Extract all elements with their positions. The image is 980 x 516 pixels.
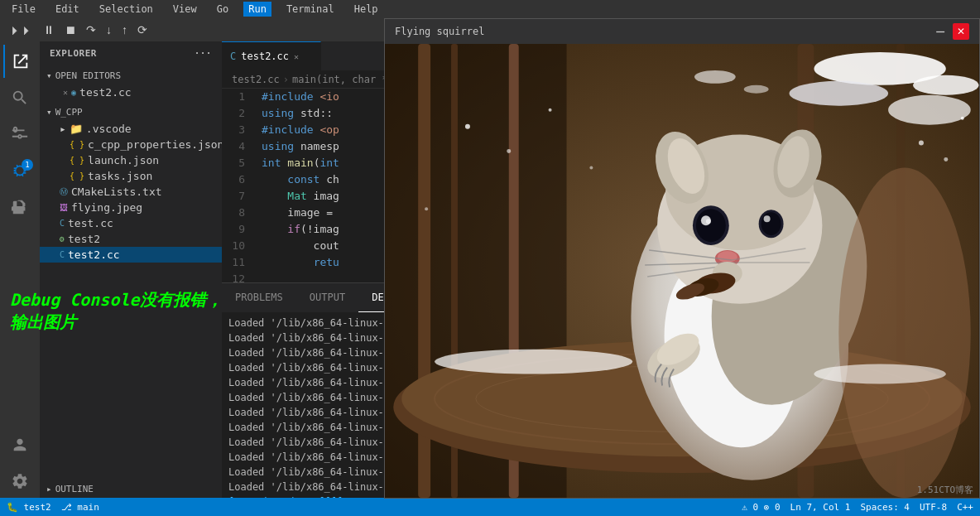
menubar-go[interactable]: Go: [212, 2, 233, 17]
menubar-help[interactable]: Help: [349, 2, 383, 17]
panel-tab-problems[interactable]: PROBLEMS: [222, 283, 296, 312]
svg-point-9: [913, 75, 979, 95]
json-icon3: { }: [70, 171, 84, 181]
activity-debug[interactable]: [3, 154, 36, 187]
stop-button[interactable]: ⏹: [61, 22, 79, 38]
restart-button[interactable]: ⟳: [134, 22, 151, 38]
outline-label[interactable]: ▸ OUTLINE: [40, 480, 222, 498]
menubar-edit[interactable]: Edit: [50, 2, 84, 17]
chevron-right-icon: ▸: [60, 123, 66, 135]
sidebar-item-cpp-properties[interactable]: { } c_cpp_properties.json: [40, 137, 222, 152]
svg-point-48: [435, 350, 632, 374]
tab-close-button[interactable]: ✕: [294, 52, 299, 61]
sidebar-item-flying[interactable]: 🖼 flying.jpeg: [40, 200, 222, 215]
status-encoding[interactable]: UTF-8: [920, 502, 947, 513]
activity-account[interactable]: [3, 428, 36, 461]
sidebar-item-test-cc[interactable]: C test.cc: [40, 215, 222, 231]
chevron-down-icon2: ▾: [46, 107, 52, 118]
image-popup-titlebar: Flying squirrel ─ ✕: [385, 19, 979, 44]
status-branch[interactable]: ⎇ main: [61, 502, 99, 513]
image-popup: Flying squirrel ─ ✕: [384, 18, 980, 499]
folder-icon: 📁: [70, 123, 83, 135]
menubar-selection[interactable]: Selection: [94, 2, 158, 17]
menubar-file[interactable]: File: [7, 2, 41, 17]
tab-test2-cc[interactable]: C test2.cc ✕: [222, 41, 321, 70]
sidebar-item-test2-exe[interactable]: ⚙ test2: [40, 231, 222, 247]
activity-search[interactable]: [3, 81, 36, 114]
svg-point-35: [718, 251, 737, 263]
tab-label: test2.cc: [241, 51, 289, 62]
svg-point-54: [961, 117, 964, 120]
image-popup-close-button[interactable]: ✕: [953, 23, 969, 40]
folder-label[interactable]: ▾ W_CPP: [40, 104, 222, 121]
status-language[interactable]: C++: [957, 502, 973, 513]
sidebar-more[interactable]: ···: [195, 48, 212, 59]
image-popup-title: Flying squirrel: [395, 26, 484, 37]
svg-point-13: [744, 85, 769, 94]
cmake-icon: Ⓜ: [60, 186, 68, 198]
sidebar: EXPLORER ··· ▾ OPEN EDITORS ✕ ◉ test2.cc…: [40, 41, 222, 498]
menubar-view[interactable]: View: [168, 2, 202, 17]
sidebar-item-vscode[interactable]: ▸ 📁 .vscode: [40, 121, 222, 137]
open-editors-label[interactable]: ▾ OPEN EDITORS: [40, 67, 222, 84]
step-over-button[interactable]: ↷: [83, 22, 99, 38]
sidebar-item-tasks[interactable]: { } tasks.json: [40, 168, 222, 184]
close-icon[interactable]: ✕: [63, 88, 68, 97]
svg-point-47: [838, 167, 970, 498]
svg-point-50: [465, 124, 470, 129]
jpeg-icon: 🖼: [60, 203, 68, 212]
panel-tab-output[interactable]: OUTPUT: [296, 283, 358, 312]
svg-point-12: [694, 70, 736, 84]
sidebar-header: EXPLORER ···: [40, 41, 222, 65]
json-icon2: { }: [70, 156, 84, 165]
folder-section: ▾ W_CPP ▸ 📁 .vscode { } c_cpp_properties…: [40, 102, 222, 264]
breadcrumb-file: test2.cc: [232, 74, 280, 85]
cc-icon3: C: [60, 250, 65, 259]
activity-extensions[interactable]: [3, 190, 36, 224]
continue-button[interactable]: ⏵⏵: [7, 22, 36, 38]
svg-point-56: [425, 207, 428, 210]
svg-point-55: [944, 157, 948, 162]
status-ln-col[interactable]: Ln 7, Col 1: [790, 502, 851, 513]
line-numbers: 12345 678910 1112131415 16: [222, 89, 255, 282]
menubar-terminal[interactable]: Terminal: [281, 2, 339, 17]
svg-point-33: [764, 215, 771, 222]
svg-point-10: [790, 81, 889, 106]
chevron-right-icon2: ▸: [46, 484, 52, 494]
step-out-button[interactable]: ↑: [118, 22, 131, 38]
svg-point-52: [507, 149, 511, 153]
cc-tab-icon: C: [230, 51, 236, 62]
sidebar-item-launch[interactable]: { } launch.json: [40, 152, 222, 168]
cc-icon: ◉: [71, 88, 76, 97]
activity-explorer[interactable]: [3, 45, 36, 78]
step-into-button[interactable]: ↓: [103, 22, 115, 38]
status-spaces[interactable]: Spaces: 4: [860, 502, 910, 513]
status-errors[interactable]: ⚠ 0 ⊗ 0: [742, 502, 780, 513]
open-editors-section: ▾ OPEN EDITORS ✕ ◉ test2.cc: [40, 65, 222, 102]
image-popup-image: [385, 44, 979, 498]
sidebar-item-cmake[interactable]: Ⓜ CMakeLists.txt: [40, 184, 222, 200]
status-left: 🐛 test2 ⎇ main: [7, 502, 99, 513]
activity-settings[interactable]: [3, 465, 36, 498]
sidebar-item-test2-cc[interactable]: C test2.cc: [40, 247, 222, 263]
sidebar-title: EXPLORER: [50, 48, 97, 59]
svg-point-11: [888, 95, 971, 125]
json-icon: { }: [70, 140, 84, 149]
menubar: File Edit Selection View Go Run Terminal…: [0, 0, 980, 18]
open-editor-test2[interactable]: ✕ ◉ test2.cc: [40, 84, 222, 100]
chevron-down-icon: ▾: [46, 70, 52, 81]
cc-icon2: C: [60, 219, 65, 228]
svg-point-32: [761, 212, 781, 235]
activity-source-control[interactable]: [3, 118, 36, 151]
activity-bar: [0, 41, 40, 498]
svg-point-53: [919, 141, 924, 146]
svg-point-28: [696, 209, 726, 242]
svg-point-30: [706, 219, 711, 224]
menubar-run[interactable]: Run: [243, 2, 271, 17]
status-right: ⚠ 0 ⊗ 0 Ln 7, Col 1 Spaces: 4 UTF-8 C++: [742, 502, 973, 513]
svg-point-51: [549, 109, 552, 112]
status-debug[interactable]: 🐛 test2: [7, 502, 51, 513]
svg-point-57: [589, 166, 593, 169]
pause-button[interactable]: ⏸: [40, 22, 58, 38]
minimize-icon[interactable]: ─: [931, 24, 949, 40]
